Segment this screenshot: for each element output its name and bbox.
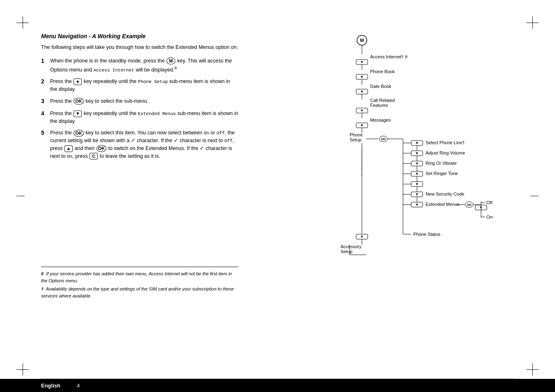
on-mono-2: On bbox=[67, 154, 72, 159]
footnotes-section: # If your service provider has added the… bbox=[41, 267, 238, 299]
corner-mark-tl bbox=[16, 16, 29, 29]
svg-text:Select Phone Line†: Select Phone Line† bbox=[426, 140, 465, 145]
svg-text:▼: ▼ bbox=[479, 205, 483, 210]
steps-list: 1 When the phone is in the standby mode,… bbox=[41, 57, 238, 160]
m-key-icon: M bbox=[166, 58, 175, 65]
svg-text:Call Related: Call Related bbox=[370, 98, 395, 103]
svg-text:Off: Off bbox=[486, 200, 493, 205]
svg-text:Extended Menus: Extended Menus bbox=[426, 202, 460, 207]
nav-up-key-icon: ▲ bbox=[64, 145, 73, 152]
svg-text:OK: OK bbox=[467, 203, 472, 207]
step-2-num: 2 bbox=[41, 77, 50, 86]
nav-down-key-icon: ▼ bbox=[74, 78, 82, 85]
off-mono-2: Off bbox=[224, 138, 233, 143]
svg-text:Messages: Messages bbox=[370, 118, 391, 122]
footnote-dagger-text: † Availability depends on the type and s… bbox=[41, 286, 238, 299]
step-4-num: 4 bbox=[41, 109, 50, 118]
step-5-num: 5 bbox=[41, 129, 50, 137]
svg-text:Ring Or Vibrate: Ring Or Vibrate bbox=[426, 161, 457, 166]
svg-text:Phone Book: Phone Book bbox=[370, 69, 395, 74]
menu-diagram: M Access Internet† # ▼ Phone Book ▼ Date… bbox=[337, 33, 514, 281]
svg-text:Access Internet†  #: Access Internet† # bbox=[370, 54, 408, 59]
svg-text:OK: OK bbox=[381, 137, 386, 141]
svg-text:▼: ▼ bbox=[415, 192, 419, 196]
step-2-text: Press the ▼ key repeatedly until the Pho… bbox=[50, 78, 238, 93]
footnote-hash-text: # If your service provider has added the… bbox=[41, 270, 238, 284]
ok-key-icon-3: OK bbox=[74, 98, 84, 105]
svg-text:▼: ▼ bbox=[415, 161, 419, 166]
svg-text:▼: ▼ bbox=[415, 182, 419, 186]
ok-key-icon-5: OK bbox=[74, 130, 84, 137]
svg-text:Set Ringer Tone: Set Ringer Tone bbox=[426, 171, 458, 176]
footer-divider bbox=[41, 378, 514, 379]
step-5: 5 Press the OK key to select this item. … bbox=[41, 129, 238, 160]
svg-text:Adjust Ring Volume: Adjust Ring Volume bbox=[426, 150, 465, 155]
svg-text:▼: ▼ bbox=[415, 151, 419, 155]
left-column: Menu Navigation - A Working Example The … bbox=[41, 33, 238, 299]
step-1-num: 1 bbox=[41, 57, 50, 65]
svg-text:▼: ▼ bbox=[415, 141, 419, 145]
menu-diagram-svg: M Access Internet† # ▼ Phone Book ▼ Date… bbox=[337, 33, 493, 279]
footer-page-num: 4 bbox=[77, 383, 80, 389]
side-mark-right bbox=[530, 196, 539, 196]
on-mono: On bbox=[204, 131, 209, 136]
side-mark-left bbox=[16, 196, 25, 196]
corner-mark-bl bbox=[16, 363, 29, 376]
page-content: Menu Navigation - A Working Example The … bbox=[41, 33, 514, 359]
nav-down-key-icon-4: ▼ bbox=[74, 111, 82, 117]
intro-text: The following steps will take you throug… bbox=[41, 44, 238, 51]
extended-menus-mono: Extended Menus bbox=[138, 111, 176, 116]
step-3-text: Press the OK key to select the sub-menu. bbox=[50, 97, 238, 105]
svg-text:▼: ▼ bbox=[415, 172, 419, 176]
svg-text:M: M bbox=[360, 38, 364, 43]
svg-text:▼: ▼ bbox=[360, 108, 364, 113]
svg-text:On: On bbox=[486, 214, 493, 219]
ok-key-icon-5b: OK bbox=[97, 145, 107, 152]
svg-text:Phone: Phone bbox=[350, 132, 363, 137]
step-1-text: When the phone is in the standby mode, p… bbox=[50, 57, 238, 74]
svg-text:Setup: Setup bbox=[341, 249, 352, 254]
corner-mark-br bbox=[526, 363, 539, 376]
svg-text:New Security Code: New Security Code bbox=[426, 191, 464, 196]
footer-bar: English 4 bbox=[0, 379, 555, 392]
step-4: 4 Press the ▼ key repeatedly until the E… bbox=[41, 110, 238, 125]
svg-text:▼: ▼ bbox=[415, 203, 419, 207]
corner-mark-tr bbox=[526, 16, 539, 29]
access-internet-mono: Access Internet bbox=[94, 68, 134, 73]
step-3: 3 Press the OK key to select the sub-men… bbox=[41, 97, 238, 106]
svg-text:▼: ▼ bbox=[360, 90, 364, 94]
svg-text:▼: ▼ bbox=[360, 235, 364, 239]
step-5-text: Press the OK key to select this item. Yo… bbox=[50, 129, 238, 160]
page-title: Menu Navigation - A Working Example bbox=[41, 33, 238, 39]
step-2: 2 Press the ▼ key repeatedly until the P… bbox=[41, 78, 238, 93]
svg-text:Date Book: Date Book bbox=[370, 84, 391, 89]
step-1: 1 When the phone is in the standby mode,… bbox=[41, 57, 238, 74]
svg-text:▼: ▼ bbox=[360, 75, 364, 79]
svg-text:▼: ▼ bbox=[360, 60, 364, 64]
svg-text:Setup: Setup bbox=[350, 137, 362, 142]
svg-text:Phone Status: Phone Status bbox=[413, 232, 441, 237]
step-3-num: 3 bbox=[41, 97, 50, 106]
step-4-text: Press the ▼ key repeatedly until the Ext… bbox=[50, 110, 238, 125]
footer-language: English bbox=[41, 383, 60, 389]
off-mono: Off bbox=[216, 131, 225, 136]
svg-text:Features: Features bbox=[370, 103, 388, 108]
footnote-hash: # bbox=[175, 66, 177, 70]
right-column: M Access Internet† # ▼ Phone Book ▼ Date… bbox=[337, 33, 514, 281]
svg-text:Accessory: Accessory bbox=[341, 244, 362, 249]
phone-setup-mono: Phone Setup bbox=[138, 79, 168, 84]
svg-text:▼: ▼ bbox=[360, 123, 364, 127]
c-key-icon: C bbox=[90, 153, 98, 159]
